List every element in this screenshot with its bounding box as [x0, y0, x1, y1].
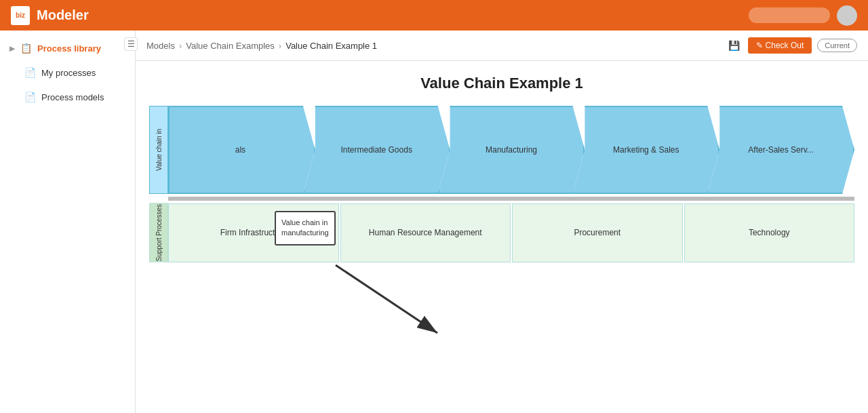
save-icon[interactable]: 💾 — [726, 37, 743, 54]
sidebar-item-process-library[interactable]: ▶ 📋 Process library — [0, 36, 135, 60]
breadcrumb-sep1: › — [179, 41, 182, 51]
support-row-label: Support Processes — [149, 203, 168, 262]
primary-row: Value chain in als — [149, 106, 854, 194]
separator-line — [168, 197, 854, 201]
support-cells: Firm Infrastructure Human Resource Manag… — [168, 203, 854, 262]
breadcrumb-current: Value Chain Example 1 — [285, 41, 377, 51]
sidebar-item-process-models[interactable]: 📄 Process models — [0, 85, 135, 109]
header-left: biz Modeler — [11, 6, 89, 25]
primary-activity-4[interactable]: Marketing & Sales — [572, 106, 719, 194]
top-bar: Models › Value Chain Examples › Value Ch… — [136, 31, 868, 61]
bizagi-logo: biz — [11, 6, 30, 25]
breadcrumb-sep2: › — [279, 41, 281, 51]
app-body: ☰ ▶ 📋 Process library 📄 My processes 📄 P… — [0, 31, 868, 413]
sidebar-item-label: My processes — [41, 68, 96, 78]
my-processes-icon: 📄 — [24, 67, 36, 78]
breadcrumb-models[interactable]: Models — [146, 41, 175, 51]
sidebar-item-label: Process library — [37, 43, 101, 54]
current-badge: Current — [817, 39, 857, 52]
header-search-input[interactable] — [749, 7, 830, 23]
sidebar-item-label: Process models — [41, 92, 104, 102]
main-content: Models › Value Chain Examples › Value Ch… — [136, 31, 868, 413]
tooltip-popup: Value chain in manufacturing — [275, 211, 336, 245]
support-activity-4[interactable]: Technology — [684, 203, 855, 262]
support-row: Support Processes Firm Infrastructure Hu… — [149, 203, 854, 262]
sidebar-item-my-processes[interactable]: 📄 My processes — [0, 60, 135, 85]
sidebar-toggle-button[interactable]: ☰ — [124, 37, 138, 51]
canvas-area: Value Chain Example 1 Value chain in — [136, 61, 868, 413]
process-models-icon: 📄 — [24, 92, 36, 102]
checkout-button[interactable]: ✎ Check Out — [748, 37, 812, 54]
diagram-title: Value Chain Example 1 — [149, 75, 854, 92]
value-chain-diagram: Value chain in als — [149, 106, 854, 323]
primary-activity-5[interactable]: After-Sales Serv... — [707, 106, 854, 194]
sidebar: ▶ 📋 Process library 📄 My processes 📄 Pro… — [0, 31, 136, 413]
primary-row-label: Value chain in — [149, 106, 168, 194]
breadcrumb-examples[interactable]: Value Chain Examples — [186, 41, 275, 51]
top-bar-right: 💾 ✎ Check Out Current — [726, 37, 857, 54]
header: biz Modeler — [0, 0, 868, 31]
checkout-icon: ✎ — [756, 41, 763, 50]
primary-activity-1[interactable]: als — [168, 106, 315, 194]
breadcrumb: Models › Value Chain Examples › Value Ch… — [146, 41, 377, 51]
user-avatar[interactable] — [837, 5, 857, 26]
sidebar-arrow-icon: ▶ — [9, 45, 15, 52]
support-activity-3[interactable]: Procurement — [512, 203, 683, 262]
header-right — [749, 5, 857, 26]
process-library-icon: 📋 — [20, 43, 32, 54]
app-title: Modeler — [37, 7, 89, 23]
primary-activity-2[interactable]: Intermediate Goods — [303, 106, 450, 194]
support-activity-2[interactable]: Human Resource Management — [340, 203, 511, 262]
primary-activity-3[interactable]: Manufacturing — [438, 106, 585, 194]
arrows-container: als Intermediate Goods — [168, 106, 854, 194]
